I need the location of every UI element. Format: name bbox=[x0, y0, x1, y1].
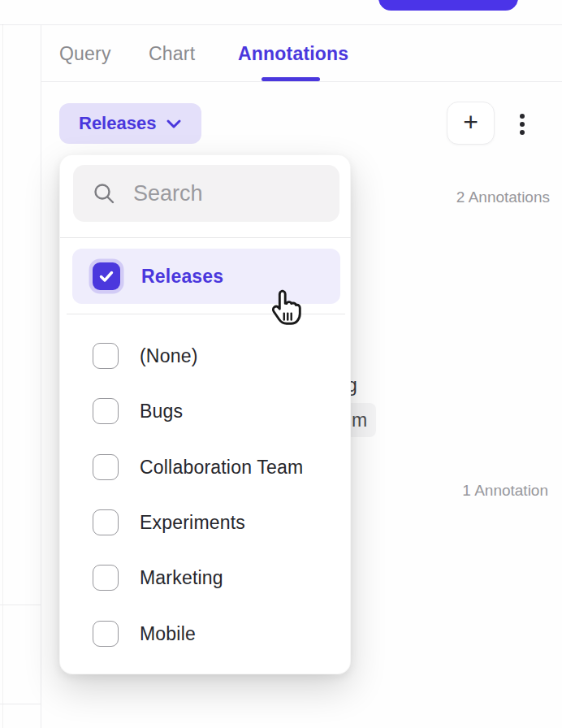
checkbox-unchecked-icon[interactable] bbox=[93, 398, 119, 424]
search-input[interactable] bbox=[133, 181, 320, 206]
search-icon bbox=[93, 182, 115, 205]
primary-action-button[interactable] bbox=[378, 0, 518, 11]
tab-chart[interactable]: Chart bbox=[149, 25, 195, 82]
checkbox-unchecked-icon[interactable] bbox=[93, 565, 119, 591]
dropdown-divider bbox=[67, 314, 345, 314]
filter-button-label: Releases bbox=[79, 113, 156, 134]
option-label: Releases bbox=[141, 266, 223, 288]
option-none[interactable]: (None) bbox=[72, 328, 340, 384]
option-experiments[interactable]: Experiments bbox=[72, 495, 340, 550]
checkbox-unchecked-icon[interactable] bbox=[93, 621, 119, 647]
tab-annotations[interactable]: Annotations bbox=[238, 25, 348, 82]
plus-icon: + bbox=[463, 109, 478, 135]
checkbox-checked-icon[interactable] bbox=[93, 262, 120, 290]
option-label: Experiments bbox=[140, 512, 245, 534]
sidebar-row-divider bbox=[0, 604, 41, 605]
chevron-down-icon bbox=[166, 118, 182, 129]
annotation-type-dropdown: Releases (None) Bugs Collaboration Team … bbox=[59, 154, 351, 674]
option-label: Marketing bbox=[140, 567, 223, 589]
tab-query[interactable]: Query bbox=[59, 25, 111, 82]
option-label: Mobile bbox=[140, 623, 196, 645]
annotation-group-count: 1 Annotation bbox=[462, 482, 548, 500]
tab-bar: Query Chart Annotations bbox=[41, 25, 562, 82]
sidebar-row-divider bbox=[0, 704, 41, 704]
add-annotation-button[interactable]: + bbox=[447, 102, 495, 145]
option-collaboration-team[interactable]: Collaboration Team bbox=[72, 440, 340, 495]
annotations-page: Query Chart Annotations Releases + 2 Ann… bbox=[0, 0, 562, 728]
option-bugs[interactable]: Bugs bbox=[72, 384, 340, 439]
search-box[interactable] bbox=[73, 165, 339, 222]
releases-filter-button[interactable]: Releases bbox=[59, 103, 201, 144]
sidebar-divider bbox=[41, 24, 41, 728]
option-mobile[interactable]: Mobile bbox=[72, 606, 340, 661]
option-label: Bugs bbox=[140, 401, 183, 422]
checkbox-unchecked-icon[interactable] bbox=[93, 343, 119, 369]
option-label: (None) bbox=[140, 345, 198, 367]
option-label: Collaboration Team bbox=[140, 457, 303, 479]
option-marketing[interactable]: Marketing bbox=[72, 550, 340, 605]
checkbox-unchecked-icon[interactable] bbox=[93, 454, 119, 480]
checkbox-unchecked-icon[interactable] bbox=[93, 509, 119, 535]
dropdown-divider bbox=[60, 237, 352, 238]
annotation-group-count: 2 Annotations bbox=[456, 188, 550, 206]
active-tab-indicator bbox=[262, 77, 320, 81]
option-releases[interactable]: Releases bbox=[72, 249, 340, 304]
kebab-menu-icon[interactable] bbox=[514, 106, 530, 142]
left-panel-edge bbox=[2, 24, 3, 728]
